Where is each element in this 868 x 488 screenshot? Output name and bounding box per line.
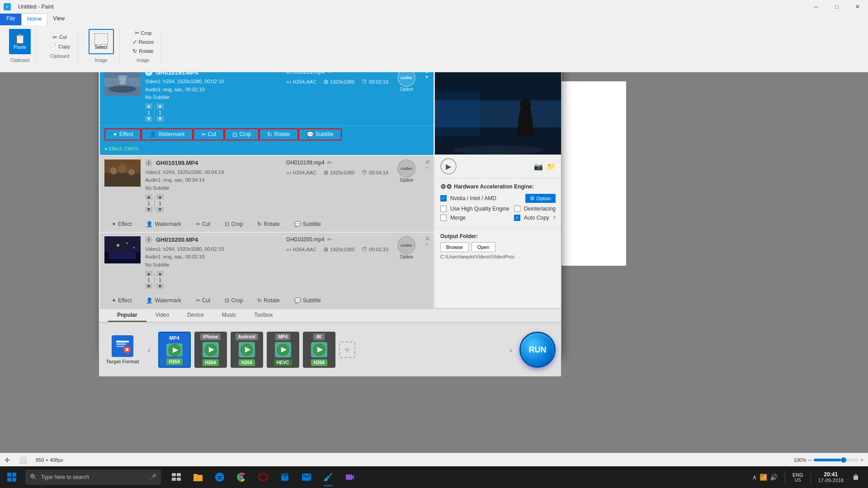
format-iphone[interactable]: iPhone H264 [194,332,227,368]
crop-btn-3[interactable]: ⊡Crop [217,296,250,305]
paste-button[interactable]: 📋 Paste [9,29,31,54]
taskbar-filezilla[interactable] [253,466,273,488]
zoom-in-button[interactable]: + [861,457,863,463]
taskbar-video[interactable] [340,466,360,488]
rotate-btn-3[interactable]: ↻Rotate [250,296,287,305]
format-nav-left[interactable]: ‹ [146,343,153,357]
audio-count-up-1[interactable]: ▲ [156,103,164,109]
taskbar-file-explorer[interactable] [188,466,208,488]
close-item-2[interactable]: ✕ [425,159,431,165]
audio-count-down-2[interactable]: ▼ [156,207,164,212]
taskbar-paint[interactable] [318,466,338,488]
format-4k-h264[interactable]: 4K H264 [303,332,335,368]
browse-button[interactable]: Browse [440,242,469,252]
watermark-btn-2[interactable]: 👤Watermark [139,219,188,229]
search-bar[interactable]: 🔍 Type here to search 🎤 [25,469,161,485]
taskbar-task-view[interactable] [166,466,186,488]
minimize-button[interactable]: ─ [806,0,826,14]
tab-home[interactable]: Home [21,14,47,25]
video-count-up-1[interactable]: ▲ [145,103,152,109]
audio-count-up-3[interactable]: ▲ [156,271,164,276]
video-count-up-3[interactable]: ▲ [145,271,152,276]
codec-btn-2[interactable]: codec Option [393,160,420,183]
audio-count-up-2[interactable]: ▲ [156,194,164,200]
open-button[interactable]: Open [472,242,495,252]
crop-btn-2[interactable]: ⊡Crop [217,219,250,229]
rotate-btn-2[interactable]: ↻Rotate [250,219,287,229]
subtitle-btn-1[interactable]: 💬 Subtitle [298,128,342,141]
scroll-down-1[interactable]: ▼ [425,75,429,80]
datetime-group[interactable]: 20:41 17-09-2018 [815,471,847,483]
deinterlacing-checkbox[interactable] [514,206,520,212]
video-count-down-3[interactable]: ▼ [145,283,152,289]
tray-network-icon[interactable]: 📶 [760,474,767,481]
autocopy-checkbox[interactable]: ✓ [514,215,520,221]
tab-music[interactable]: Music [213,309,245,322]
taskbar-store[interactable] [275,466,295,488]
tray-up-arrow[interactable]: ∧ [752,474,757,481]
close-item-3[interactable]: ✕ [425,235,431,242]
hw-option-button[interactable]: ⚙ Option [525,194,556,203]
watermark-btn-3[interactable]: 👤Watermark [139,296,188,305]
audio-count-down-1[interactable]: ▼ [156,116,164,122]
taskbar-chrome[interactable] [231,466,251,488]
target-format-button[interactable]: Target Format [104,329,141,370]
format-mp4-hevc[interactable]: MP4 HEVC [267,332,299,368]
effect-btn-3[interactable]: ✦Effect [104,296,139,305]
folder-icon[interactable]: 📁 [547,162,556,171]
select-button[interactable]: Select [89,29,114,54]
action-center-button[interactable] [849,466,863,488]
copy-button[interactable]: 📄 Copy [47,42,72,51]
format-mp4-h264[interactable]: MP4 H264 [158,332,191,368]
tab-device[interactable]: Device [178,309,213,322]
rotate-btn-1[interactable]: ↻ Rotate [259,128,298,141]
video-count-up-2[interactable]: ▲ [145,194,152,200]
nvidia-checkbox[interactable]: ✓ [440,195,447,202]
quality-checkbox[interactable] [440,206,447,212]
screenshot-icon[interactable]: 📷 [534,162,543,171]
taskbar-mail[interactable] [297,466,316,488]
add-format-button[interactable]: + [339,342,355,358]
cut-btn-1[interactable]: ✂ Cut [193,128,225,141]
format-android[interactable]: Android H264 [231,332,263,368]
effect-btn-2[interactable]: ✦Effect [104,219,139,229]
tab-toolbox[interactable]: Toolbox [245,309,282,322]
scroll-down-2[interactable]: ▼ [425,165,429,170]
effect-btn-1[interactable]: ✦ Effect [104,128,141,141]
play-button[interactable]: ▶ [440,158,457,174]
taskbar-edge[interactable] [210,466,230,488]
video-count-down-1[interactable]: ▼ [145,116,152,122]
codec-btn-3[interactable]: codec Option [393,236,420,259]
tab-video[interactable]: Video [146,309,178,322]
tab-file[interactable]: File [0,14,21,25]
start-button[interactable] [0,466,24,488]
subtitle-btn-2[interactable]: 💬Subtitle [287,219,328,229]
edit-output-2[interactable]: ✏ [327,160,332,166]
autocopy-help-icon[interactable]: ? [553,215,556,221]
scroll-down-3[interactable]: ▼ [425,242,429,247]
zoom-out-button[interactable]: ─ [808,457,812,463]
cut-btn-3[interactable]: ✂Cut [189,296,218,305]
tab-popular[interactable]: Popular [108,309,146,322]
close-button[interactable]: ✕ [847,0,868,14]
format-nav-right[interactable]: › [507,343,514,357]
video-count-down-2[interactable]: ▼ [145,207,152,212]
cut-button[interactable]: ✂ Cut [51,33,69,42]
subtitle-btn-3[interactable]: 💬Subtitle [287,296,328,305]
crop-btn-1[interactable]: ⊡ Crop [224,128,259,141]
cut-btn-2[interactable]: ✂Cut [189,219,218,229]
watermark-btn-1[interactable]: 👤 Watermark [141,128,193,141]
edit-output-3[interactable]: ✏ [327,236,332,243]
tab-view[interactable]: View [47,14,70,25]
resize-button[interactable]: ⤢ Resize [131,38,156,46]
maximize-button[interactable]: □ [826,0,847,14]
zoom-slider-thumb[interactable] [841,457,846,463]
merge-checkbox[interactable] [440,215,447,221]
mic-icon[interactable]: 🎤 [149,474,156,481]
crop-button[interactable]: ✂ Crop [133,29,154,37]
rotate-button[interactable]: ↻ Rotate [131,47,155,55]
tray-volume-icon[interactable]: 🔊 [770,474,778,481]
video-info-3: i GH010200.MP4 Video1: h264, 1920x1080, … [145,236,278,289]
audio-count-down-3[interactable]: ▼ [156,283,164,289]
run-button[interactable]: RUN [519,332,556,368]
